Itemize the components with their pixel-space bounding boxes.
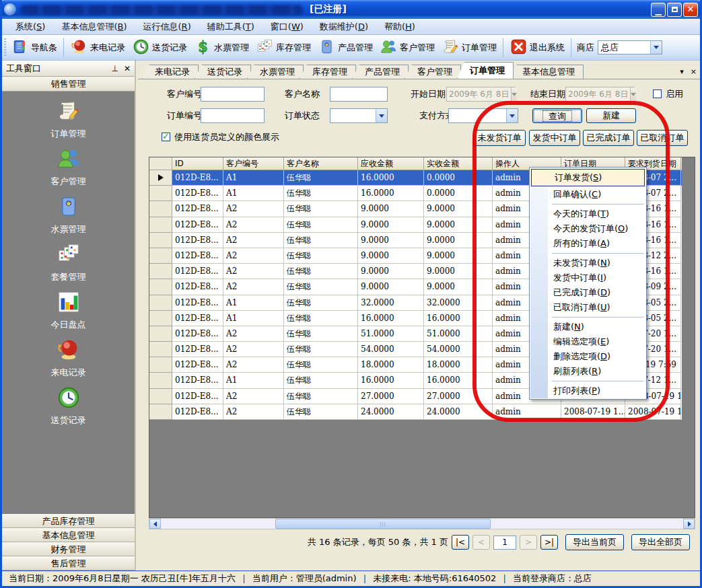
column-header[interactable]: 应收金额: [358, 157, 424, 170]
row-selector[interactable]: [149, 264, 172, 279]
toolbar-button[interactable]: 退出系统: [506, 36, 568, 59]
table-cell[interactable]: 2008-07-19 1...: [625, 404, 681, 420]
chevron-down-icon[interactable]: [511, 87, 517, 101]
scroll-right-icon[interactable]: [683, 519, 695, 529]
page-number-input[interactable]: [493, 536, 516, 550]
toolbar-button[interactable]: 导航条: [7, 36, 61, 59]
table-cell[interactable]: 012D-E8...: [172, 342, 223, 357]
first-page-button[interactable]: |<: [452, 535, 469, 550]
row-selector[interactable]: [149, 326, 172, 342]
next-page-button[interactable]: >: [520, 535, 537, 550]
table-cell[interactable]: 16.0000: [358, 170, 424, 186]
table-cell[interactable]: 32.0000: [358, 295, 424, 311]
row-selector[interactable]: [149, 186, 172, 201]
table-cell[interactable]: 伍华聪: [284, 357, 358, 373]
table-cell[interactable]: 9.0000: [424, 279, 493, 295]
prev-page-button[interactable]: <: [472, 535, 490, 550]
table-cell[interactable]: 伍华聪: [284, 201, 358, 217]
tab-基本信息管理[interactable]: 基本信息管理: [510, 65, 584, 79]
table-cell[interactable]: A1: [223, 170, 284, 186]
context-menu-item[interactable]: 回单确认(C): [530, 187, 645, 202]
chevron-down-icon[interactable]: [650, 41, 662, 54]
table-cell[interactable]: 伍华聪: [284, 186, 358, 201]
order-status-select[interactable]: [330, 108, 388, 123]
table-cell[interactable]: 32.0000: [424, 295, 493, 311]
table-cell[interactable]: 24.0000: [424, 404, 493, 420]
row-selector[interactable]: [149, 342, 172, 357]
table-cell[interactable]: 伍华聪: [284, 404, 358, 420]
tab-送货记录[interactable]: 送货记录: [195, 65, 251, 79]
table-cell[interactable]: A2: [223, 357, 284, 373]
table-cell[interactable]: A1: [223, 373, 284, 388]
context-menu-item[interactable]: 已完成订单(D): [530, 285, 645, 300]
status-button-cancelled[interactable]: 已取消订单: [637, 130, 688, 146]
table-cell[interactable]: 9.0000: [424, 264, 493, 279]
table-cell[interactable]: A2: [223, 404, 284, 420]
table-cell[interactable]: A2: [223, 342, 284, 357]
sidebar-item-送货记录[interactable]: 送货记录: [28, 385, 109, 427]
toolbar-grip[interactable]: [4, 38, 6, 57]
column-header[interactable]: 客户编号: [223, 157, 284, 170]
enable-checkbox[interactable]: [653, 89, 662, 98]
table-cell[interactable]: A2: [223, 248, 284, 264]
row-selector[interactable]: [149, 373, 172, 388]
table-cell[interactable]: 012D-E8...: [172, 311, 223, 326]
table-cell[interactable]: 9.0000: [424, 248, 493, 264]
end-date-picker[interactable]: 2009年 6月 8日: [565, 87, 635, 102]
pin-icon[interactable]: ⊥: [111, 64, 118, 73]
table-cell[interactable]: 伍华聪: [284, 170, 358, 186]
table-cell[interactable]: 012D-E8...: [172, 389, 223, 404]
maximize-button[interactable]: [667, 3, 682, 17]
last-page-button[interactable]: >|: [540, 535, 558, 550]
table-cell[interactable]: 012D-E8...: [172, 357, 223, 373]
sidebar-item-水票管理[interactable]: 水票管理: [28, 194, 109, 235]
context-menu-item[interactable]: 今天的发货订单(O): [530, 221, 645, 236]
table-cell[interactable]: 012D-E8...: [172, 217, 223, 233]
table-cell[interactable]: 012D-E8...: [172, 295, 223, 311]
table-cell[interactable]: 9.0000: [424, 233, 493, 248]
context-menu-item[interactable]: 新建(N): [530, 320, 645, 334]
table-cell[interactable]: 18.0000: [358, 357, 424, 373]
tab-订单管理[interactable]: 订单管理: [457, 62, 514, 79]
row-selector[interactable]: [149, 389, 172, 404]
close-icon[interactable]: ✕: [124, 64, 131, 73]
table-cell[interactable]: 9.0000: [358, 201, 424, 217]
table-cell[interactable]: 24.0000: [358, 404, 424, 420]
new-button[interactable]: 新建: [586, 108, 636, 123]
row-selector[interactable]: [149, 248, 172, 264]
table-cell[interactable]: A2: [223, 326, 284, 342]
query-button[interactable]: 查询: [532, 108, 582, 123]
table-cell[interactable]: 012D-E8...: [172, 326, 223, 342]
table-cell[interactable]: 伍华聪: [284, 311, 358, 326]
order-no-input[interactable]: [201, 108, 265, 123]
toolbar-button[interactable]: 订单管理: [438, 36, 500, 59]
status-button-completed[interactable]: 已完成订单: [583, 130, 634, 146]
context-menu-item[interactable]: 未发货订单(N): [530, 256, 645, 270]
chevron-down-icon[interactable]: [506, 109, 518, 122]
toolbar-button[interactable]: 产品管理: [314, 36, 376, 59]
table-cell[interactable]: 012D-E8...: [172, 201, 223, 217]
export-current-page-button[interactable]: 导出当前页: [565, 534, 624, 550]
table-cell[interactable]: 012D-E8...: [172, 404, 223, 420]
table-cell[interactable]: 2008-07-19 1...: [561, 404, 625, 420]
context-menu-item[interactable]: 删除选定项(D): [530, 349, 645, 364]
column-header[interactable]: 实收金额: [424, 157, 493, 170]
table-cell[interactable]: 伍华聪: [284, 248, 358, 264]
export-all-pages-button[interactable]: 导出全部页: [631, 534, 690, 550]
scroll-left-icon[interactable]: [149, 519, 161, 529]
row-selector[interactable]: [149, 279, 172, 295]
color-display-checkbox[interactable]: [162, 133, 170, 141]
context-menu-item[interactable]: 今天的订单(T): [530, 207, 645, 221]
table-row[interactable]: 012D-E8...A2伍华聪24.000024.0000admin2008-0…: [149, 404, 682, 420]
table-cell[interactable]: 9.0000: [358, 217, 424, 233]
table-cell[interactable]: 27.0000: [424, 389, 493, 404]
column-header[interactable]: 客户名称: [284, 157, 358, 170]
chevron-down-icon[interactable]: [630, 87, 636, 101]
pay-method-select[interactable]: [448, 108, 518, 123]
table-cell[interactable]: A2: [223, 217, 284, 233]
row-selector[interactable]: [149, 295, 172, 311]
row-selector[interactable]: [149, 217, 172, 233]
sidebar-section-基本信息管理[interactable]: 基本信息管理: [2, 528, 135, 542]
table-cell[interactable]: 伍华聪: [284, 279, 358, 295]
row-selector[interactable]: [149, 311, 172, 326]
